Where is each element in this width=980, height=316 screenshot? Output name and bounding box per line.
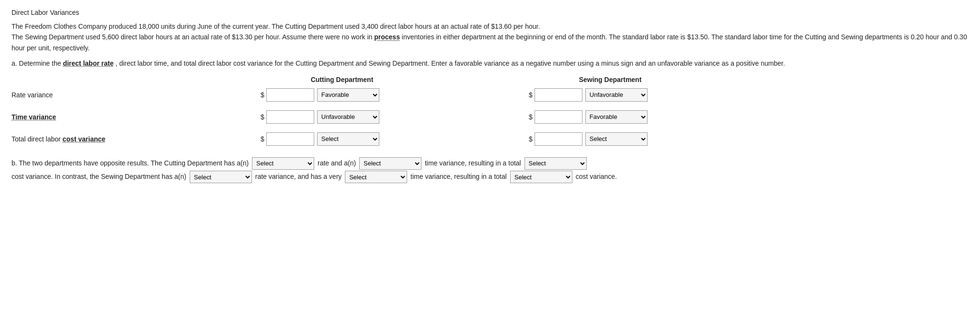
section-b-text-mid3: rate variance, and has a very: [255, 173, 342, 180]
cutting-rate-inputs: $ Favorable Unfavorable Select: [261, 88, 423, 102]
total-label-text: Total direct labor: [11, 135, 61, 143]
rate-variance-row: Rate variance $ Favorable Unfavorable Se…: [11, 86, 969, 104]
section-a-text-1: a. Determine the: [11, 59, 61, 67]
cutting-rate-input[interactable]: [266, 88, 314, 102]
cutting-time-select[interactable]: Unfavorable Favorable Select: [317, 110, 379, 124]
time-variance-label-text: Time variance: [11, 113, 56, 121]
cutting-time-input[interactable]: [266, 110, 314, 124]
total-variance-label: Total direct labor cost variance: [11, 135, 261, 143]
sewing-time-inputs: $ Favorable Unfavorable Select: [529, 110, 692, 124]
sewing-total-input[interactable]: [535, 132, 582, 146]
process-word: process: [374, 33, 400, 41]
sewing-total-dollar: $: [529, 135, 533, 143]
sewing-rate-dollar: $: [529, 91, 533, 99]
sewing-time-dollar: $: [529, 113, 533, 121]
section-b-prefix: b. The two departments have opposite res…: [11, 159, 249, 167]
time-variance-row: Time variance $ Unfavorable Favorable Se…: [11, 108, 969, 126]
sewing-rate-inputs: $ Unfavorable Favorable Select: [529, 88, 692, 102]
problem-text-1: The Freedom Clothes Company produced 18,…: [11, 23, 540, 30]
cutting-total-input[interactable]: [266, 132, 314, 146]
section-b-text-end2: cost variance.: [576, 173, 617, 180]
problem-text-2: The Sewing Department used 5,600 direct …: [11, 33, 372, 41]
dept-headers-row: Cutting Department Sewing Department: [261, 76, 969, 83]
sewing-rate-input[interactable]: [535, 88, 582, 102]
cutting-time-inputs: $ Unfavorable Favorable Select: [261, 110, 423, 124]
sewing-time-select[interactable]: Favorable Unfavorable Select: [585, 110, 648, 124]
cutting-dept-header: Cutting Department: [261, 76, 423, 83]
section-b-text-mid4: time variance, resulting in a total: [410, 173, 507, 180]
sewing-rate-select[interactable]: Unfavorable Favorable Select: [585, 88, 648, 102]
section-b-text-mid2: time variance, resulting in a total: [425, 159, 521, 167]
direct-labor-rate-phrase: direct labor rate: [63, 59, 114, 67]
section-b-select-6[interactable]: Select Favorable Unfavorable: [510, 171, 572, 183]
section-b-select-3[interactable]: Select Favorable Unfavorable: [524, 157, 587, 170]
section-a-text-2: , direct labor time, and total direct la…: [115, 59, 785, 67]
cutting-total-dollar: $: [261, 135, 264, 143]
section-b-select-2[interactable]: Select Favorable Unfavorable: [359, 157, 422, 170]
variance-table: Cutting Department Sewing Department Rat…: [11, 76, 969, 148]
cost-variance-text: cost variance: [63, 135, 106, 143]
sewing-time-input[interactable]: [535, 110, 582, 124]
page-title: Direct Labor Variances: [11, 9, 969, 16]
sewing-total-inputs: $ Select Favorable Unfavorable: [529, 132, 692, 146]
cutting-rate-dollar: $: [261, 91, 264, 99]
section-b-select-5[interactable]: Select Favorable Unfavorable: [345, 171, 407, 183]
rate-variance-label: Rate variance: [11, 91, 261, 99]
total-variance-row: Total direct labor cost variance $ Selec…: [11, 130, 969, 148]
cutting-total-select[interactable]: Select Favorable Unfavorable: [317, 132, 379, 146]
cutting-rate-select[interactable]: Favorable Unfavorable Select: [317, 88, 379, 102]
section-a-instruction: a. Determine the direct labor rate , dir…: [11, 58, 969, 69]
sewing-total-select[interactable]: Select Favorable Unfavorable: [585, 132, 648, 146]
cutting-time-dollar: $: [261, 113, 264, 121]
sewing-dept-header: Sewing Department: [529, 76, 692, 83]
section-b-text-mid1: rate and a(n): [318, 159, 356, 167]
cutting-total-inputs: $ Select Favorable Unfavorable: [261, 132, 423, 146]
section-b-text-end1: cost variance. In contrast, the Sewing D…: [11, 173, 186, 180]
problem-text: The Freedom Clothes Company produced 18,…: [11, 21, 969, 53]
section-b-select-4[interactable]: Select Favorable Unfavorable: [190, 171, 252, 183]
section-b: b. The two departments have opposite res…: [11, 156, 969, 184]
section-b-select-1[interactable]: Select Favorable Unfavorable: [252, 157, 314, 170]
time-variance-label: Time variance: [11, 113, 261, 121]
